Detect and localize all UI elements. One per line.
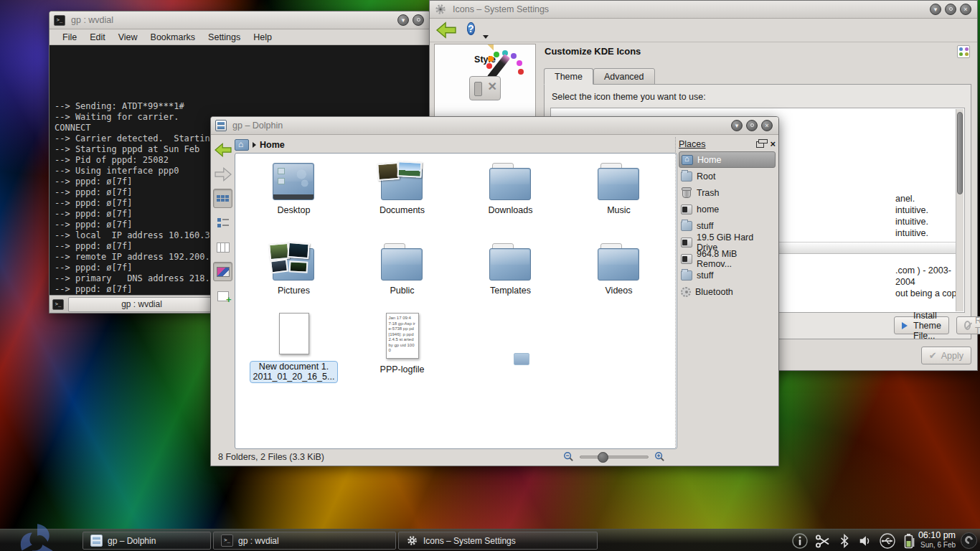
usb-device-icon[interactable] — [879, 532, 896, 550]
forward-arrow-icon — [214, 166, 232, 182]
breadcrumb-home[interactable]: Home — [260, 140, 285, 150]
selected-file-label: New document 1. 2011_01_20_16_5... — [250, 361, 339, 383]
zoom-in-icon[interactable] — [654, 451, 665, 462]
place-item[interactable]: stuff — [679, 267, 776, 283]
folder-icon — [380, 161, 425, 202]
file-item-new-document[interactable]: New document 1. 2011_01_20_16_5... — [240, 313, 348, 383]
place-label: stuff — [697, 221, 713, 231]
apply-label: Apply — [941, 351, 963, 361]
task-system-settings[interactable]: Icons – System Settings — [398, 532, 598, 550]
details-view-button[interactable] — [213, 213, 232, 232]
folder-icon — [597, 241, 641, 283]
folder-row-2: PicturesPublicTemplatesVideos — [240, 241, 673, 296]
back-button[interactable] — [213, 140, 232, 159]
document-page-icon — [279, 313, 309, 354]
split-view-button[interactable] — [213, 286, 232, 306]
columns-view-button[interactable] — [213, 237, 232, 257]
place-item[interactable]: Root — [679, 168, 776, 184]
folder-item-public[interactable]: Public — [348, 241, 456, 296]
maximize-button[interactable] — [746, 120, 758, 131]
forward-button[interactable] — [213, 164, 232, 184]
zoom-out-icon[interactable] — [563, 451, 574, 462]
install-theme-button[interactable]: Install Theme File... — [894, 316, 949, 334]
place-item[interactable]: Trash — [679, 184, 776, 201]
task-dolphin[interactable]: gp – Dolphin — [83, 532, 211, 550]
zoom-slider-handle[interactable] — [598, 452, 608, 463]
battery-icon[interactable] — [903, 532, 917, 550]
close-button[interactable]: × — [761, 120, 773, 131]
folder-item-pictures[interactable]: Pictures — [240, 241, 348, 296]
volume-icon[interactable] — [858, 534, 872, 548]
icons-view-button[interactable] — [213, 189, 232, 208]
file-label: PPP-logfile — [348, 364, 456, 375]
gear-icon — [434, 3, 447, 16]
folder-item-documents[interactable]: Documents — [348, 161, 456, 215]
home-folder-icon[interactable] — [235, 139, 249, 151]
place-item[interactable]: 964.8 MiB Remov... — [679, 250, 776, 267]
remove-theme-button[interactable]: Remove Theme — [956, 316, 980, 334]
sidebar-item-style[interactable]: Style — [435, 44, 535, 65]
file-item-ppp-logfile[interactable]: Jan 17 09:4 7:18 gp-Asp ire-5738 pp pd[1… — [348, 313, 456, 383]
folder-item-videos[interactable]: Videos — [565, 241, 673, 296]
place-icon — [681, 237, 692, 248]
info-icon[interactable] — [791, 532, 809, 550]
help-button[interactable]: ? — [467, 22, 484, 39]
preview-button[interactable] — [213, 262, 232, 281]
place-label: stuff — [697, 270, 713, 281]
back-arrow-icon[interactable] — [435, 21, 457, 39]
breadcrumb-chevron-icon — [253, 142, 256, 148]
task-label: gp – Dolphin — [108, 536, 156, 546]
apply-button[interactable]: ✔ Apply — [921, 347, 971, 364]
menu-item[interactable]: File — [57, 31, 83, 44]
hardware-icon[interactable] — [469, 76, 501, 100]
task-label: gp : wvdial — [238, 536, 279, 546]
maximize-button[interactable] — [413, 14, 424, 26]
folder-item-desktop[interactable]: Desktop — [240, 161, 348, 215]
terminal-titlebar[interactable]: >_ gp : wvdial ▾ — [50, 11, 430, 29]
folder-view[interactable]: DesktopDocumentsDownloadsMusicPicturesPu… — [235, 153, 677, 449]
file-label-line2: 2011_01_20_16_5... — [253, 372, 335, 382]
folder-item-templates[interactable]: Templates — [456, 241, 565, 296]
place-item[interactable]: home — [679, 201, 776, 217]
settings-titlebar[interactable]: Icons – System Settings ▾ × — [430, 1, 977, 19]
icon-overview-button[interactable] — [957, 45, 970, 58]
maximize-button[interactable] — [945, 4, 956, 15]
tab-advanced[interactable]: Advanced — [593, 68, 655, 85]
place-label: Trash — [697, 188, 720, 198]
menu-item[interactable]: Bookmarks — [145, 31, 202, 44]
dolphin-titlebar[interactable]: gp – Dolphin ▾ × — [211, 117, 778, 135]
place-label: Home — [697, 155, 721, 165]
place-icon — [681, 270, 692, 281]
zoom-slider[interactable] — [580, 456, 649, 458]
klipper-scissors-icon[interactable] — [815, 533, 831, 549]
place-icon — [681, 254, 692, 264]
close-button[interactable]: × — [960, 4, 971, 15]
menu-item[interactable]: Settings — [202, 31, 246, 44]
task-wvdial[interactable]: >_ gp : wvdial — [213, 532, 396, 550]
minimize-button[interactable]: ▾ — [397, 14, 409, 26]
tab-theme[interactable]: Theme — [544, 68, 593, 85]
detach-tab-icon[interactable]: >_ — [52, 299, 64, 310]
bluetooth-icon[interactable] — [837, 533, 852, 549]
place-item[interactable]: Home — [679, 151, 776, 168]
theme-list-scrollbar[interactable] — [956, 109, 963, 311]
folder-label: Documents — [348, 205, 456, 215]
place-item[interactable]: Bluetooth — [679, 283, 776, 300]
folder-label: Public — [348, 286, 456, 296]
panel-cashew-button[interactable] — [961, 532, 977, 549]
clock[interactable]: 06:10 pm Sun, 6 Feb — [918, 531, 956, 550]
float-panel-icon[interactable] — [756, 141, 764, 148]
menu-item[interactable]: Help — [248, 31, 278, 44]
terminal-tab[interactable]: gp : wvdial — [68, 297, 215, 312]
minimize-button[interactable]: ▾ — [731, 120, 743, 131]
terminal-icon: >_ — [221, 534, 233, 547]
minimize-button[interactable]: ▾ — [930, 4, 941, 15]
folder-item-downloads[interactable]: Downloads — [456, 161, 565, 215]
folder-label: Desktop — [240, 205, 348, 215]
folder-item-music[interactable]: Music — [565, 161, 673, 215]
place-icon — [681, 171, 692, 182]
folder-icon — [597, 161, 641, 202]
menu-item[interactable]: Edit — [84, 31, 111, 44]
close-panel-icon[interactable]: × — [770, 140, 776, 149]
menu-item[interactable]: View — [113, 31, 143, 44]
